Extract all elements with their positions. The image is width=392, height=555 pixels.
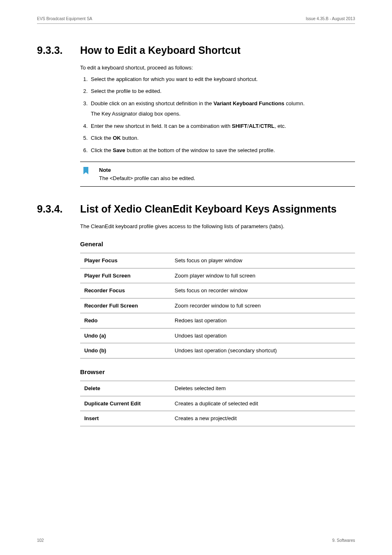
- table-val: Undoes last operation: [171, 328, 355, 343]
- section-2-heading: 9.3.4. List of Xedio CleanEdit Keyboard …: [37, 203, 355, 215]
- section-1-number: 9.3.3.: [37, 44, 80, 56]
- table-val: Zoom recorder window to full screen: [171, 298, 355, 313]
- step-4: Enter the new shortcut in field. It can …: [89, 122, 355, 130]
- step-3-text-a: Double click on an existing shortcut def…: [91, 100, 213, 106]
- step-3-bold: Variant Keyboard Functions: [213, 100, 284, 106]
- header-left: EVS Broadcast Equipment SA: [37, 16, 92, 21]
- table-row: Undo (b)Undoes last operation (secondary…: [80, 343, 355, 358]
- section-2-title: List of Xedio CleanEdit Keyboard Keys As…: [80, 203, 337, 215]
- table-key: Player Full Screen: [80, 268, 171, 283]
- table-val: Undoes last operation (secondary shortcu…: [171, 343, 355, 358]
- header-right: Issue 4.35.B - August 2013: [306, 16, 355, 21]
- footer-section: 9. Softwares: [332, 538, 355, 543]
- table-val: Sets focus on player window: [171, 253, 355, 268]
- step-6-text-a: Click the: [91, 147, 113, 153]
- page-number: 102: [37, 538, 44, 543]
- step-5-text-c: button.: [121, 135, 138, 141]
- section-1-title: How to Edit a Keyboard Shortcut: [80, 44, 240, 56]
- general-table: Player FocusSets focus on player window …: [80, 253, 355, 358]
- step-3-substep: The Key Assignator dialog box opens.: [91, 110, 355, 118]
- step-1: Select the application for which you wan…: [89, 75, 355, 83]
- table-row: Player FocusSets focus on player window: [80, 253, 355, 268]
- table-row: Undo (a)Undoes last operation: [80, 328, 355, 343]
- step-6: Click the Save button at the bottom of t…: [89, 146, 355, 155]
- table-val: Redoes last operation: [171, 313, 355, 328]
- step-6-text-c: button at the bottom of the window to sa…: [125, 147, 275, 153]
- step-4-bold-d: ALT: [249, 123, 258, 129]
- table-val: Creates a duplicate of selected edit: [171, 396, 355, 411]
- note-text: Note The <Default> profile can also be e…: [99, 166, 355, 182]
- general-heading: General: [80, 240, 355, 249]
- table-row: RedoRedoes last operation: [80, 313, 355, 328]
- step-4-bold-b: SHIFT: [232, 123, 247, 129]
- section-2-number: 9.3.4.: [37, 203, 80, 215]
- table-val: Creates a new project/edit: [171, 411, 355, 426]
- table-key: Insert: [80, 411, 171, 426]
- table-key: Recorder Full Screen: [80, 298, 171, 313]
- table-row: InsertCreates a new project/edit: [80, 411, 355, 426]
- bookmark-icon: [83, 167, 89, 175]
- note-title: Note: [99, 166, 355, 174]
- browser-table: DeleteDeletes selected item Duplicate Cu…: [80, 381, 355, 426]
- table-row: Recorder Full ScreenZoom recorder window…: [80, 298, 355, 313]
- table-key: Undo (b): [80, 343, 171, 358]
- step-4-text-g: , etc.: [274, 123, 286, 129]
- document-page: EVS Broadcast Equipment SA Issue 4.35.B …: [0, 0, 392, 555]
- table-key: Recorder Focus: [80, 283, 171, 298]
- table-row: DeleteDeletes selected item: [80, 381, 355, 396]
- section-1-heading: 9.3.3. How to Edit a Keyboard Shortcut: [37, 44, 355, 56]
- table-key: Redo: [80, 313, 171, 328]
- section-2-content: The CleanEdit keyboard profile gives acc…: [80, 222, 355, 426]
- step-5: Click the OK button.: [89, 134, 355, 142]
- step-6-bold: Save: [113, 147, 125, 153]
- running-footer: 102 9. Softwares: [37, 538, 355, 543]
- browser-heading: Browser: [80, 368, 355, 377]
- table-val: Sets focus on recorder window: [171, 283, 355, 298]
- table-row: Recorder FocusSets focus on recorder win…: [80, 283, 355, 298]
- step-5-text-a: Click the: [91, 135, 113, 141]
- section-1-steps: Select the application for which you wan…: [80, 75, 355, 155]
- table-val: Deletes selected item: [171, 381, 355, 396]
- table-key: Undo (a): [80, 328, 171, 343]
- note-marker: [80, 166, 99, 182]
- step-4-bold-f: CTRL: [260, 123, 274, 129]
- section-1-content: To edit a keyboard shortcut, proceed as …: [80, 64, 355, 187]
- note-body: The <Default> profile can also be edited…: [99, 175, 195, 181]
- note-box: Note The <Default> profile can also be e…: [80, 162, 355, 187]
- step-5-bold: OK: [113, 135, 121, 141]
- running-header: EVS Broadcast Equipment SA Issue 4.35.B …: [37, 16, 355, 24]
- step-3-text-c: column.: [284, 100, 304, 106]
- section-2-intro: The CleanEdit keyboard profile gives acc…: [80, 222, 355, 231]
- table-row: Player Full ScreenZoom player window to …: [80, 268, 355, 283]
- table-key: Delete: [80, 381, 171, 396]
- table-row: Duplicate Current EditCreates a duplicat…: [80, 396, 355, 411]
- step-4-text-a: Enter the new shortcut in field. It can …: [91, 123, 232, 129]
- table-key: Player Focus: [80, 253, 171, 268]
- section-1-intro: To edit a keyboard shortcut, proceed as …: [80, 64, 355, 72]
- table-val: Zoom player window to full screen: [171, 268, 355, 283]
- step-3: Double click on an existing shortcut def…: [89, 99, 355, 118]
- step-2: Select the profile to be edited.: [89, 87, 355, 95]
- table-key: Duplicate Current Edit: [80, 396, 171, 411]
